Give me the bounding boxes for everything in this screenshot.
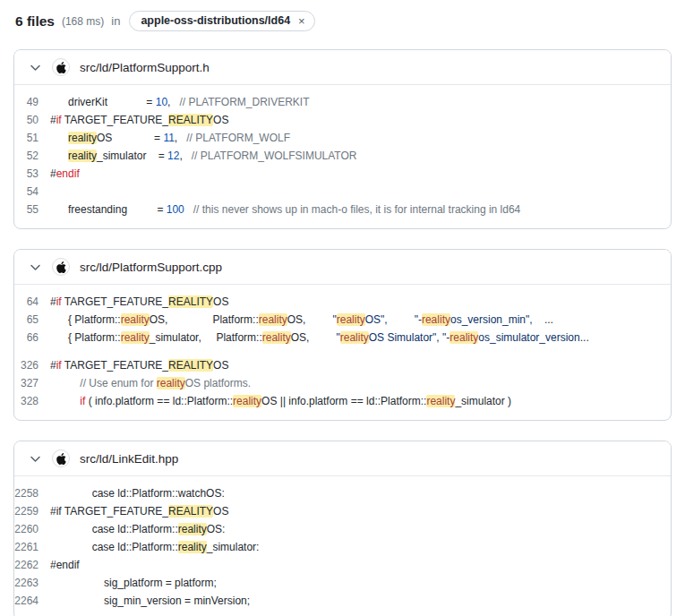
code-text: #if TARGET_FEATURE_REALITYOS xyxy=(50,356,228,374)
code-token: OS platforms. xyxy=(185,377,251,389)
code-line[interactable]: 326#if TARGET_FEATURE_REALITYOS xyxy=(14,356,671,374)
line-number: 51 xyxy=(14,129,50,147)
repo-filter-chip[interactable]: apple-oss-distributions/ld64 × xyxy=(129,11,314,31)
code-line[interactable]: 65 { Platform::realityOS, Platform::real… xyxy=(14,311,671,329)
code-token: TARGET_FEATURE_ xyxy=(62,359,168,372)
match-highlight: REALITY xyxy=(168,359,213,372)
code-line[interactable]: 49 driverKit = 10, // PLATFORM_DRIVERKIT xyxy=(14,93,671,111)
line-number: 2264 xyxy=(14,592,50,610)
code-token: freestanding = xyxy=(50,203,167,216)
code-line[interactable]: 64#if TARGET_FEATURE_REALITYOS xyxy=(14,293,671,311)
results-in-label: in xyxy=(111,14,120,28)
code-line[interactable]: 2264 sig_min_version = minVersion; xyxy=(14,592,671,610)
code-line[interactable]: 53#endif xyxy=(14,165,671,183)
code-text: { Platform::reality_simulator, Platform:… xyxy=(50,329,589,346)
code-token: OS = xyxy=(97,132,163,144)
results-count: 6 files xyxy=(15,13,55,30)
code-token: 100 xyxy=(167,203,184,216)
code-token: // Use enum for xyxy=(80,377,156,389)
code-token: OS || info.platform == ld::Platform:: xyxy=(261,395,426,407)
file-card-header[interactable]: src/ld/PlatformSupport.cpp xyxy=(14,250,671,285)
file-path-link[interactable]: src/ld/LinkEdit.hpp xyxy=(80,452,178,466)
code-text: realityOS = 11, // PLATFORM_WOLF xyxy=(50,129,290,147)
match-highlight: reality xyxy=(426,395,455,407)
code-text: case ld::Platform::reality_simulator: xyxy=(50,538,259,556)
code-line[interactable]: 2261 case ld::Platform::reality_simulato… xyxy=(14,538,671,556)
match-highlight: reality xyxy=(340,331,369,344)
match-highlight: reality xyxy=(178,541,207,553)
file-path-link[interactable]: src/ld/PlatformSupport.cpp xyxy=(80,261,222,274)
code-token: "- xyxy=(415,313,422,326)
apple-logo-icon xyxy=(52,449,70,467)
file-path-link[interactable]: src/ld/PlatformSupport.h xyxy=(80,61,210,74)
results-header: 6 files (168 ms) in apple-oss-distributi… xyxy=(15,11,672,31)
code-token: { Platform:: xyxy=(50,331,121,344)
line-number: 65 xyxy=(14,311,50,329)
code-line[interactable]: 51 realityOS = 11, // PLATFORM_WOLF xyxy=(14,129,671,147)
code-line[interactable]: 2262#endif xyxy=(14,556,671,574)
code-text xyxy=(50,183,53,201)
match-highlight: REALITY xyxy=(168,505,213,518)
code-token: #endif xyxy=(50,559,80,571)
code-token xyxy=(50,132,68,144)
line-number: 328 xyxy=(14,392,50,410)
code-token: _simulator, Platform:: xyxy=(150,331,262,344)
match-group: 326#if TARGET_FEATURE_REALITYOS327 // Us… xyxy=(14,356,671,410)
code-token: # xyxy=(50,295,56,308)
code-token: TARGET_FEATURE_ xyxy=(62,295,168,308)
code-text: { Platform::realityOS, Platform::reality… xyxy=(50,311,553,329)
code-token xyxy=(388,313,415,326)
results-time: (168 ms) xyxy=(62,15,104,28)
file-card-header[interactable]: src/ld/LinkEdit.hpp xyxy=(14,441,671,476)
match-group: 2258 case ld::Platform::watchOS:2259#if … xyxy=(14,484,671,610)
code-token: # xyxy=(50,114,56,126)
code-text: freestanding = 100 // this never shows u… xyxy=(50,201,520,218)
code-line[interactable]: 2260 case ld::Platform::realityOS: xyxy=(14,520,671,538)
code-line[interactable]: 66 { Platform::reality_simulator, Platfo… xyxy=(14,329,671,346)
chevron-down-icon[interactable] xyxy=(29,61,42,74)
code-token: , xyxy=(167,96,179,108)
code-line[interactable]: 327 // Use enum for realityOS platforms. xyxy=(14,374,671,392)
close-icon[interactable]: × xyxy=(298,15,305,27)
code-line[interactable]: 54 xyxy=(14,183,671,201)
file-result-card: src/ld/LinkEdit.hpp 2258 case ld::Platfo… xyxy=(13,441,672,616)
code-text: case ld::Platform::watchOS: xyxy=(50,484,225,502)
match-group: 49 driverKit = 10, // PLATFORM_DRIVERKIT… xyxy=(14,93,671,218)
code-line[interactable]: 55 freestanding = 100 // this never show… xyxy=(14,201,671,218)
code-line[interactable]: 2263 sig_platform = platform; xyxy=(14,574,671,592)
match-highlight: reality xyxy=(68,150,97,162)
line-number: 66 xyxy=(14,329,50,346)
chevron-down-icon[interactable] xyxy=(29,452,42,466)
code-preview: 49 driverKit = 10, // PLATFORM_DRIVERKIT… xyxy=(14,85,671,228)
file-result-card: src/ld/PlatformSupport.cpp 64#if TARGET_… xyxy=(13,249,672,421)
code-token: OS: xyxy=(207,523,226,535)
results-list: src/ld/PlatformSupport.h 49 driverKit = … xyxy=(13,49,672,616)
code-line[interactable]: 2258 case ld::Platform::watchOS: xyxy=(14,484,671,502)
chevron-down-icon[interactable] xyxy=(29,261,42,274)
match-highlight: reality xyxy=(157,377,185,389)
code-token: OS, xyxy=(291,331,337,344)
code-line[interactable]: 50#if TARGET_FEATURE_REALITYOS xyxy=(14,111,671,129)
file-card-header[interactable]: src/ld/PlatformSupport.h xyxy=(14,50,671,85)
line-number: 2261 xyxy=(14,538,50,556)
code-line[interactable]: 2259#if TARGET_FEATURE_REALITYOS xyxy=(14,502,671,520)
code-token: ( info.platform == ld::Platform:: xyxy=(85,395,233,407)
code-token: os_version_min", xyxy=(450,313,533,326)
code-token: driverKit = xyxy=(50,96,156,108)
line-number: 327 xyxy=(14,374,50,392)
code-token: _simulator: xyxy=(207,541,260,553)
code-token: endif xyxy=(56,167,80,180)
code-line[interactable]: 52 reality_simulator = 12, // PLATFORM_W… xyxy=(14,147,671,165)
code-line[interactable]: 328 if ( info.platform == ld::Platform::… xyxy=(14,392,671,410)
code-token: #if TARGET_FEATURE_ xyxy=(50,505,168,518)
line-number: 64 xyxy=(14,293,50,311)
code-token xyxy=(50,150,68,162)
line-number: 326 xyxy=(14,356,50,374)
match-highlight: reality xyxy=(422,313,450,326)
code-token: , xyxy=(175,132,186,144)
line-number: 2260 xyxy=(14,520,50,538)
code-token: sig_min_version = minVersion; xyxy=(50,595,250,607)
repo-filter-label: apple-oss-distributions/ld64 xyxy=(141,14,290,27)
apple-logo-icon xyxy=(52,258,70,276)
line-number: 50 xyxy=(14,111,50,129)
